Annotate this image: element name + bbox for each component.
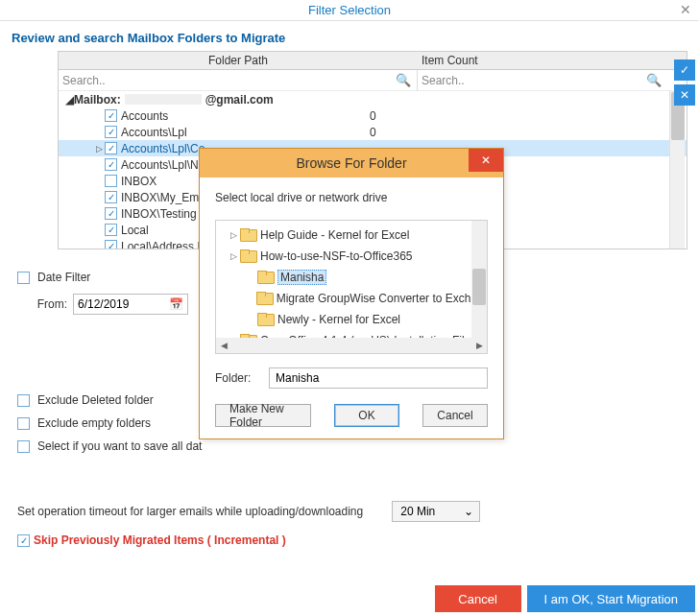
date-filter-label: Date Filter [37,271,90,284]
dialog-titlebar: Browse For Folder ✕ [200,149,503,178]
folder-icon [256,313,274,326]
skip-label: Skip Previously Migrated Items ( Increme… [34,533,286,547]
row-label: Local [121,224,149,237]
window-title: Filter Selection [308,3,391,17]
from-date-value: 6/12/2019 [78,297,129,311]
timeout-select[interactable]: 20 Min ⌄ [392,501,480,522]
search-item-count[interactable]: Search.. 🔍 [418,70,667,91]
timeout-row: Set operation timeout for larger emails … [0,462,699,528]
row-checkbox[interactable] [105,207,117,220]
tree-item-label: Migrate GroupWise Converter to Exchange [277,292,487,305]
tree-item-label: Manisha [277,270,326,285]
folder-icon [255,292,272,305]
folder-icon [239,249,256,263]
uncheck-all-button[interactable]: ✕ [674,84,695,106]
skip-checkbox[interactable] [17,534,30,547]
from-label: From: [17,297,67,311]
col-folder-path[interactable]: Folder Path [59,54,418,67]
expand-icon[interactable]: ▷ [228,251,239,261]
row-label: INBOX [121,175,157,188]
search-placeholder: Search.. [62,74,106,87]
search-folder-path[interactable]: Search.. 🔍 [59,70,418,91]
cancel-button[interactable]: Cancel [435,585,521,612]
row-checkbox[interactable] [105,191,117,203]
scroll-right-icon[interactable]: ▶ [471,341,487,350]
timeout-value: 20 Min [400,505,435,518]
tree-item[interactable]: ▷How-to-use-NSF-to-Office365 [216,246,487,267]
row-checkbox[interactable] [105,142,117,154]
exclude-empty-label: Exclude empty folders [37,416,151,430]
tree-item[interactable]: Newly - Kernel for Excel [216,309,487,330]
save-all-option[interactable]: Select if you want to save all dat [17,439,682,453]
row-label: Accounts\Lpl [121,126,187,139]
folder-icon [256,271,274,284]
mailbox-suffix: @gmail.com [205,93,274,107]
make-new-folder-button[interactable]: Make New Folder [215,404,311,427]
scroll-left-icon[interactable]: ◀ [216,341,231,350]
save-all-label: Select if you want to save all dat [37,439,202,453]
dialog-cancel-button[interactable]: Cancel [422,404,488,427]
save-all-checkbox[interactable] [17,440,30,453]
check-all-button[interactable]: ✓ [674,59,695,81]
vertical-scrollbar[interactable] [669,91,685,249]
tree-vertical-scrollbar[interactable] [471,221,487,338]
tree-horizontal-scrollbar[interactable]: ◀ ▶ [216,338,487,353]
date-filter-checkbox[interactable] [17,272,30,284]
tree-item-label: How-to-use-NSF-to-Office365 [260,249,413,263]
row-label: Accounts\Lpl\No [121,158,205,172]
folder-name-input[interactable] [269,367,488,389]
grid-search-row: Search.. 🔍 Search.. 🔍 [58,70,687,91]
table-row[interactable]: Accounts\Lpl0 [59,124,687,140]
section-heading: Review and search Mailbox Folders to Mig… [0,21,699,51]
row-checkbox[interactable] [105,158,117,171]
timeout-label: Set operation timeout for larger emails … [17,505,363,518]
dialog-prompt: Select local drive or network drive [215,191,488,204]
row-label: Accounts [121,109,168,123]
row-label: Local\Address Bo [121,240,211,250]
row-label: INBOX\Testing M [121,207,209,221]
calendar-icon[interactable]: 📅 [169,297,183,311]
grid-header: Folder Path Item Count [58,51,687,70]
tree-item[interactable]: Migrate GroupWise Converter to Exchange [216,288,487,309]
col-item-count[interactable]: Item Count [418,54,667,67]
tree-item[interactable]: ▷Help Guide - Kernel for Excel [216,225,487,246]
from-date-input[interactable]: 6/12/2019 📅 [73,294,188,315]
row-checkbox[interactable] [105,126,117,138]
tree-item-label: Help Guide - Kernel for Excel [260,228,409,242]
dialog-title: Browse For Folder [296,155,406,171]
expand-icon[interactable]: ▷ [228,230,239,240]
row-checkbox[interactable] [105,175,117,187]
folder-label: Folder: [215,371,259,385]
titlebar: Filter Selection ✕ [0,0,699,21]
chevron-down-icon: ⌄ [464,505,473,518]
dialog-buttons: Make New Folder OK Cancel [215,404,488,427]
search-icon[interactable]: 🔍 [646,73,662,87]
row-label: INBOX\My_Email [121,191,210,204]
browse-folder-dialog: Browse For Folder ✕ Select local drive o… [199,148,504,439]
exclude-deleted-label: Exclude Deleted folder [37,393,154,407]
row-count: 0 [370,126,376,139]
footer-buttons: Cancel I am OK, Start Migration [435,585,695,612]
ok-button[interactable]: OK [334,404,399,427]
exclude-deleted-checkbox[interactable] [17,394,30,407]
skip-row[interactable]: Skip Previously Migrated Items ( Increme… [0,528,699,553]
table-row[interactable]: Accounts0 [59,107,687,124]
redacted-block [125,94,202,105]
tree-item[interactable]: Manisha [216,267,487,288]
search-icon[interactable]: 🔍 [396,73,411,87]
row-count: 0 [370,109,376,123]
row-checkbox[interactable] [105,240,117,249]
folder-name-row: Folder: [215,367,488,389]
exclude-empty-checkbox[interactable] [17,417,30,430]
tree-item-label: Newly - Kernel for Excel [277,313,400,326]
search-placeholder: Search.. [422,74,465,87]
row-checkbox[interactable] [105,109,117,122]
window-close-icon[interactable]: ✕ [680,2,691,17]
mailbox-root-row[interactable]: ◢ Mailbox: @gmail.com [59,91,687,107]
folder-tree: ▷Help Guide - Kernel for Excel▷How-to-us… [215,220,488,354]
folder-icon [239,228,256,242]
start-migration-button[interactable]: I am OK, Start Migration [527,585,695,612]
row-label: Accounts\Lpl\Co [121,142,205,155]
dialog-close-button[interactable]: ✕ [469,149,503,172]
row-checkbox[interactable] [105,224,117,236]
